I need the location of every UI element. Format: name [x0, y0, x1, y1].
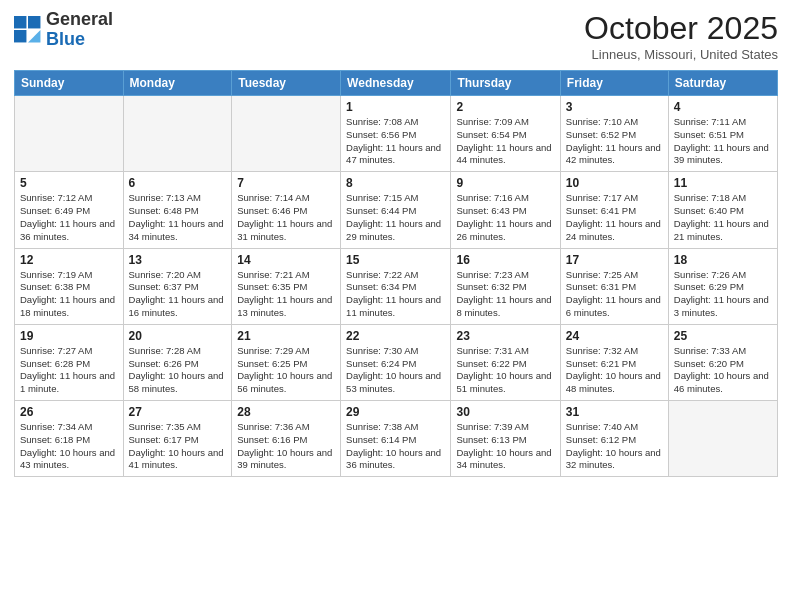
- col-thursday: Thursday: [451, 71, 560, 96]
- col-wednesday: Wednesday: [341, 71, 451, 96]
- calendar-week-row: 12Sunrise: 7:19 AM Sunset: 6:38 PM Dayli…: [15, 248, 778, 324]
- svg-marker-3: [28, 30, 40, 42]
- day-info: Sunrise: 7:16 AM Sunset: 6:43 PM Dayligh…: [456, 192, 554, 243]
- day-number: 19: [20, 329, 118, 343]
- day-number: 23: [456, 329, 554, 343]
- day-number: 7: [237, 176, 335, 190]
- day-info: Sunrise: 7:33 AM Sunset: 6:20 PM Dayligh…: [674, 345, 772, 396]
- day-number: 16: [456, 253, 554, 267]
- table-row: 31Sunrise: 7:40 AM Sunset: 6:12 PM Dayli…: [560, 401, 668, 477]
- day-number: 25: [674, 329, 772, 343]
- day-number: 22: [346, 329, 445, 343]
- table-row: 18Sunrise: 7:26 AM Sunset: 6:29 PM Dayli…: [668, 248, 777, 324]
- day-info: Sunrise: 7:25 AM Sunset: 6:31 PM Dayligh…: [566, 269, 663, 320]
- table-row: 6Sunrise: 7:13 AM Sunset: 6:48 PM Daylig…: [123, 172, 232, 248]
- table-row: 1Sunrise: 7:08 AM Sunset: 6:56 PM Daylig…: [341, 96, 451, 172]
- calendar-week-row: 26Sunrise: 7:34 AM Sunset: 6:18 PM Dayli…: [15, 401, 778, 477]
- table-row: 27Sunrise: 7:35 AM Sunset: 6:17 PM Dayli…: [123, 401, 232, 477]
- day-info: Sunrise: 7:15 AM Sunset: 6:44 PM Dayligh…: [346, 192, 445, 243]
- table-row: 20Sunrise: 7:28 AM Sunset: 6:26 PM Dayli…: [123, 324, 232, 400]
- table-row: 23Sunrise: 7:31 AM Sunset: 6:22 PM Dayli…: [451, 324, 560, 400]
- day-info: Sunrise: 7:27 AM Sunset: 6:28 PM Dayligh…: [20, 345, 118, 396]
- day-number: 5: [20, 176, 118, 190]
- day-info: Sunrise: 7:08 AM Sunset: 6:56 PM Dayligh…: [346, 116, 445, 167]
- calendar-week-row: 1Sunrise: 7:08 AM Sunset: 6:56 PM Daylig…: [15, 96, 778, 172]
- day-number: 6: [129, 176, 227, 190]
- calendar-week-row: 19Sunrise: 7:27 AM Sunset: 6:28 PM Dayli…: [15, 324, 778, 400]
- day-number: 4: [674, 100, 772, 114]
- day-number: 28: [237, 405, 335, 419]
- day-number: 27: [129, 405, 227, 419]
- day-number: 26: [20, 405, 118, 419]
- day-info: Sunrise: 7:12 AM Sunset: 6:49 PM Dayligh…: [20, 192, 118, 243]
- logo-general-text: General: [46, 9, 113, 29]
- day-info: Sunrise: 7:17 AM Sunset: 6:41 PM Dayligh…: [566, 192, 663, 243]
- day-number: 3: [566, 100, 663, 114]
- day-number: 20: [129, 329, 227, 343]
- svg-rect-1: [28, 16, 40, 28]
- day-info: Sunrise: 7:29 AM Sunset: 6:25 PM Dayligh…: [237, 345, 335, 396]
- day-info: Sunrise: 7:10 AM Sunset: 6:52 PM Dayligh…: [566, 116, 663, 167]
- day-number: 13: [129, 253, 227, 267]
- table-row: 5Sunrise: 7:12 AM Sunset: 6:49 PM Daylig…: [15, 172, 124, 248]
- calendar: Sunday Monday Tuesday Wednesday Thursday…: [14, 70, 778, 477]
- day-info: Sunrise: 7:20 AM Sunset: 6:37 PM Dayligh…: [129, 269, 227, 320]
- day-number: 2: [456, 100, 554, 114]
- day-info: Sunrise: 7:22 AM Sunset: 6:34 PM Dayligh…: [346, 269, 445, 320]
- day-info: Sunrise: 7:18 AM Sunset: 6:40 PM Dayligh…: [674, 192, 772, 243]
- svg-rect-0: [14, 16, 26, 28]
- col-friday: Friday: [560, 71, 668, 96]
- table-row: 22Sunrise: 7:30 AM Sunset: 6:24 PM Dayli…: [341, 324, 451, 400]
- table-row: 4Sunrise: 7:11 AM Sunset: 6:51 PM Daylig…: [668, 96, 777, 172]
- day-number: 9: [456, 176, 554, 190]
- day-info: Sunrise: 7:11 AM Sunset: 6:51 PM Dayligh…: [674, 116, 772, 167]
- day-number: 11: [674, 176, 772, 190]
- table-row: 13Sunrise: 7:20 AM Sunset: 6:37 PM Dayli…: [123, 248, 232, 324]
- day-info: Sunrise: 7:34 AM Sunset: 6:18 PM Dayligh…: [20, 421, 118, 472]
- day-number: 15: [346, 253, 445, 267]
- logo-blue-text: Blue: [46, 29, 85, 49]
- table-row: 8Sunrise: 7:15 AM Sunset: 6:44 PM Daylig…: [341, 172, 451, 248]
- table-row: 12Sunrise: 7:19 AM Sunset: 6:38 PM Dayli…: [15, 248, 124, 324]
- logo-icon: [14, 16, 42, 44]
- table-row: 10Sunrise: 7:17 AM Sunset: 6:41 PM Dayli…: [560, 172, 668, 248]
- day-number: 30: [456, 405, 554, 419]
- table-row: 24Sunrise: 7:32 AM Sunset: 6:21 PM Dayli…: [560, 324, 668, 400]
- table-row: 29Sunrise: 7:38 AM Sunset: 6:14 PM Dayli…: [341, 401, 451, 477]
- location: Linneus, Missouri, United States: [584, 47, 778, 62]
- day-info: Sunrise: 7:40 AM Sunset: 6:12 PM Dayligh…: [566, 421, 663, 472]
- month-title: October 2025: [584, 10, 778, 47]
- table-row: 14Sunrise: 7:21 AM Sunset: 6:35 PM Dayli…: [232, 248, 341, 324]
- day-info: Sunrise: 7:14 AM Sunset: 6:46 PM Dayligh…: [237, 192, 335, 243]
- calendar-header-row: Sunday Monday Tuesday Wednesday Thursday…: [15, 71, 778, 96]
- table-row: 26Sunrise: 7:34 AM Sunset: 6:18 PM Dayli…: [15, 401, 124, 477]
- table-row: 3Sunrise: 7:10 AM Sunset: 6:52 PM Daylig…: [560, 96, 668, 172]
- table-row: 11Sunrise: 7:18 AM Sunset: 6:40 PM Dayli…: [668, 172, 777, 248]
- logo: General Blue: [14, 10, 113, 50]
- table-row: 25Sunrise: 7:33 AM Sunset: 6:20 PM Dayli…: [668, 324, 777, 400]
- title-block: October 2025 Linneus, Missouri, United S…: [584, 10, 778, 62]
- table-row: [232, 96, 341, 172]
- day-info: Sunrise: 7:26 AM Sunset: 6:29 PM Dayligh…: [674, 269, 772, 320]
- day-info: Sunrise: 7:19 AM Sunset: 6:38 PM Dayligh…: [20, 269, 118, 320]
- day-info: Sunrise: 7:21 AM Sunset: 6:35 PM Dayligh…: [237, 269, 335, 320]
- table-row: 15Sunrise: 7:22 AM Sunset: 6:34 PM Dayli…: [341, 248, 451, 324]
- day-number: 17: [566, 253, 663, 267]
- calendar-week-row: 5Sunrise: 7:12 AM Sunset: 6:49 PM Daylig…: [15, 172, 778, 248]
- day-info: Sunrise: 7:23 AM Sunset: 6:32 PM Dayligh…: [456, 269, 554, 320]
- day-info: Sunrise: 7:28 AM Sunset: 6:26 PM Dayligh…: [129, 345, 227, 396]
- day-number: 24: [566, 329, 663, 343]
- table-row: [668, 401, 777, 477]
- table-row: [123, 96, 232, 172]
- col-saturday: Saturday: [668, 71, 777, 96]
- day-info: Sunrise: 7:38 AM Sunset: 6:14 PM Dayligh…: [346, 421, 445, 472]
- table-row: 21Sunrise: 7:29 AM Sunset: 6:25 PM Dayli…: [232, 324, 341, 400]
- day-number: 21: [237, 329, 335, 343]
- day-number: 14: [237, 253, 335, 267]
- table-row: 9Sunrise: 7:16 AM Sunset: 6:43 PM Daylig…: [451, 172, 560, 248]
- day-info: Sunrise: 7:30 AM Sunset: 6:24 PM Dayligh…: [346, 345, 445, 396]
- col-monday: Monday: [123, 71, 232, 96]
- table-row: 17Sunrise: 7:25 AM Sunset: 6:31 PM Dayli…: [560, 248, 668, 324]
- day-number: 10: [566, 176, 663, 190]
- table-row: [15, 96, 124, 172]
